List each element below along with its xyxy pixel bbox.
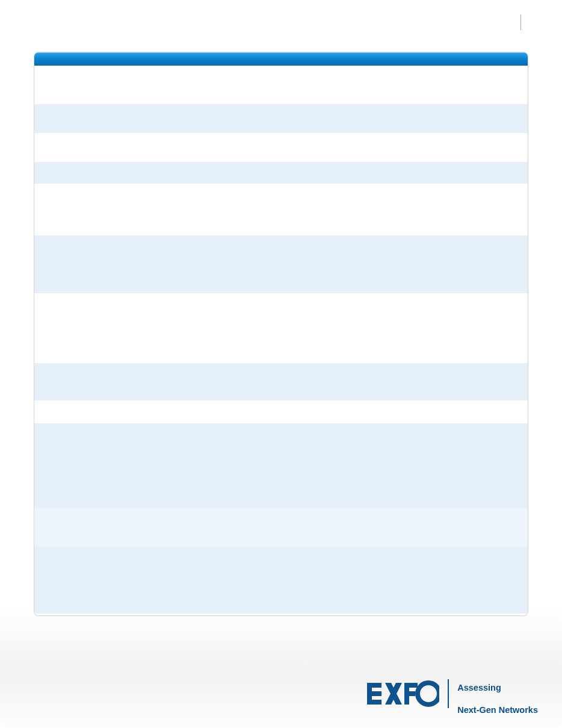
table-row: [34, 508, 528, 546]
table-row: [34, 423, 528, 508]
table-row: [34, 546, 528, 614]
svg-rect-3: [367, 683, 372, 705]
tagline-line-1: Assessing: [457, 683, 501, 692]
svg-point-9: [418, 683, 439, 705]
exfo-logo-icon: [367, 680, 439, 707]
header-separator: [520, 14, 521, 30]
svg-rect-7: [404, 683, 418, 688]
card-title-bar: [34, 52, 528, 66]
table-row: [34, 400, 528, 423]
content-card: [34, 52, 528, 616]
table-row: [34, 133, 528, 162]
table-row: [34, 66, 528, 104]
svg-rect-8: [404, 691, 415, 696]
striped-rows: [34, 66, 528, 615]
tagline-line-2: Next-Gen Networks: [457, 705, 538, 715]
logo-separator: [448, 679, 449, 708]
table-row: [34, 293, 528, 363]
brand-logo-block: Assessing Next-Gen Networks: [367, 671, 538, 716]
table-row: [34, 162, 528, 184]
table-row: [34, 104, 528, 133]
header-right: [517, 14, 528, 30]
brand-tagline: Assessing Next-Gen Networks: [457, 671, 538, 716]
table-row: [34, 235, 528, 293]
table-row: [34, 184, 528, 235]
table-row: [34, 363, 528, 400]
